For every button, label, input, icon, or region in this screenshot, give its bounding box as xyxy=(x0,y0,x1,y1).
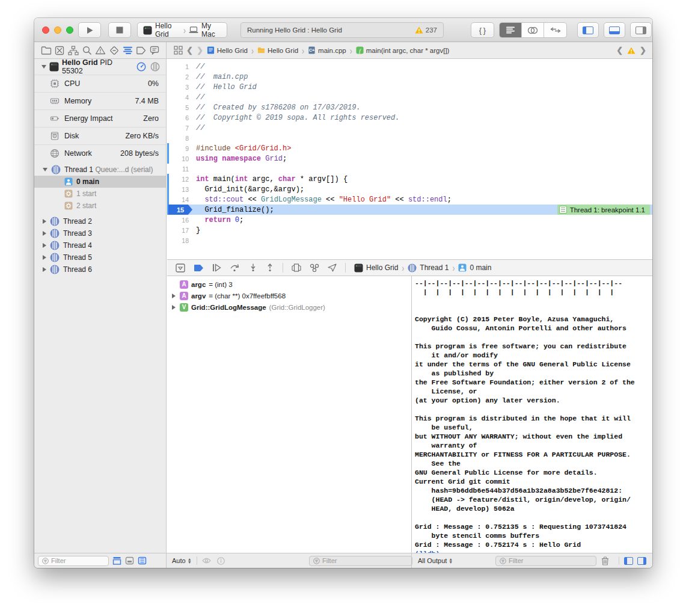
view-debugger-icon[interactable] xyxy=(292,263,301,272)
line-number[interactable]: 10 xyxy=(167,155,189,162)
code-line[interactable]: 10using namespace Grid; xyxy=(167,153,652,164)
disclosure-triangle[interactable] xyxy=(171,292,177,300)
stack-frame-row[interactable]: 1 start xyxy=(34,188,166,200)
standard-editor-segment[interactable] xyxy=(500,23,522,37)
toggle-navigator-button[interactable] xyxy=(577,22,599,38)
disclosure-triangle[interactable] xyxy=(43,168,47,171)
variables-scope-popup[interactable]: Auto ▲▼ xyxy=(172,557,192,564)
breakpoint-marker[interactable]: 15 xyxy=(168,205,192,215)
variable-row[interactable]: VGrid::GridLogMessage(Grid::GridLogger) xyxy=(167,301,411,313)
thread-row[interactable]: Thread 3 xyxy=(34,227,166,239)
stop-button[interactable] xyxy=(108,22,131,38)
thread-row[interactable]: Thread 5 xyxy=(34,251,166,263)
gauge-row-energy-impact[interactable]: Energy ImpactZero xyxy=(34,109,166,127)
code-line[interactable]: 5// Created by s1786208 on 17/03/2019. xyxy=(167,102,652,112)
source-editor[interactable]: 1//2// main.cpp3// Hello Grid4//5// Crea… xyxy=(167,59,652,259)
profile-gauge-icon[interactable] xyxy=(136,62,146,72)
disclosure-triangle[interactable] xyxy=(43,267,46,272)
code-line[interactable]: 2// main.cpp xyxy=(167,72,652,82)
step-into-icon[interactable] xyxy=(249,263,257,272)
quicklook-eye-icon[interactable] xyxy=(202,558,211,564)
close-window-button[interactable] xyxy=(42,26,49,34)
symbol-navigator-icon[interactable] xyxy=(68,46,79,55)
gauge-row-network[interactable]: Network208 bytes/s xyxy=(34,144,166,162)
jumpbar-item[interactable]: C+main.cpp xyxy=(308,46,346,54)
breakpoints-toggle-icon[interactable] xyxy=(194,264,204,272)
toggle-console-view-icon[interactable] xyxy=(637,557,646,565)
stack-frame-row[interactable]: 0 main xyxy=(34,176,166,188)
issue-navigator-icon[interactable] xyxy=(95,46,106,55)
test-navigator-icon[interactable] xyxy=(109,46,119,55)
debug-navigator-icon[interactable] xyxy=(123,46,133,55)
thread-row[interactable]: Thread 1 Queue:...d (serial) xyxy=(34,164,166,176)
line-number[interactable]: 8 xyxy=(167,135,189,142)
debug-breadcrumb-item[interactable]: Hello Grid xyxy=(354,263,398,273)
source-control-navigator-icon[interactable] xyxy=(55,46,64,55)
code-line[interactable]: 7// xyxy=(167,123,652,133)
breakpoint-annotation[interactable]: Thread 1: breakpoint 1.1 xyxy=(557,205,650,215)
stack-frame-row[interactable]: 2 start xyxy=(34,200,166,212)
line-number[interactable]: 11 xyxy=(167,165,189,173)
line-number[interactable]: 14 xyxy=(167,196,189,203)
line-number[interactable]: 1 xyxy=(167,63,189,70)
code-review-button[interactable]: { } xyxy=(471,22,494,38)
gauge-row-memory[interactable]: Memory7.4 MB xyxy=(34,92,166,109)
next-issue-button[interactable]: ❯ xyxy=(640,46,646,55)
report-navigator-icon[interactable] xyxy=(150,46,159,55)
code-line[interactable]: 12int main(int argc, char * argv[]) { xyxy=(167,174,652,184)
line-number[interactable]: 7 xyxy=(167,125,189,132)
gauge-row-disk[interactable]: DiskZero KB/s xyxy=(34,127,166,144)
line-number[interactable]: 2 xyxy=(167,73,189,81)
jumpbar-item[interactable]: Hello Grid xyxy=(207,46,248,54)
project-navigator-icon[interactable] xyxy=(41,46,52,55)
line-number[interactable]: 5 xyxy=(167,104,189,111)
zoom-window-button[interactable] xyxy=(66,26,73,34)
activity-viewer[interactable]: Running Hello Grid : Hello Grid 237 xyxy=(240,22,444,38)
code-line[interactable]: 16 return 0; xyxy=(167,215,652,225)
variable-row[interactable]: Aargc= (int) 3 xyxy=(167,279,411,290)
code-line[interactable]: 15 Grid_finalize();Thread 1: breakpoint … xyxy=(167,205,652,215)
show-running-toggle-icon[interactable] xyxy=(112,556,121,565)
line-number[interactable]: 12 xyxy=(167,176,189,183)
code-line[interactable]: 3// Hello Grid xyxy=(167,82,652,92)
console-output[interactable]: --|--|--|--|--|--|--|--|--|--|--|--|--|-… xyxy=(411,276,652,553)
navigator-filter-field[interactable]: Filter xyxy=(38,556,109,566)
memory-graph-debugger-icon[interactable] xyxy=(310,263,319,272)
jumpbar-item[interactable]: Hello Grid xyxy=(257,46,298,54)
minimize-window-button[interactable] xyxy=(54,26,61,34)
code-line[interactable]: 8 xyxy=(167,133,652,143)
info-icon[interactable] xyxy=(217,557,225,565)
thread-row[interactable]: Thread 2 xyxy=(34,215,166,227)
code-line[interactable]: 9#include <Grid/Grid.h> xyxy=(167,143,652,153)
thread-row[interactable]: Thread 6 xyxy=(34,263,166,276)
scheme-selector[interactable]: Hello Grid › My Mac xyxy=(137,22,227,38)
code-line[interactable]: 18 xyxy=(167,235,652,245)
line-number[interactable]: 16 xyxy=(167,217,189,224)
code-line[interactable]: 14 std::cout << GridLogMessage << "Hello… xyxy=(167,194,652,205)
warning-count-badge[interactable]: 237 xyxy=(415,26,437,34)
toggle-variables-view-icon[interactable] xyxy=(624,557,633,565)
show-threads-toggle-icon[interactable] xyxy=(138,556,147,565)
version-editor-segment[interactable] xyxy=(544,23,566,37)
related-items-icon[interactable] xyxy=(174,46,183,55)
toggle-debug-area-button[interactable] xyxy=(604,22,625,38)
memory-graph-icon[interactable] xyxy=(150,62,160,72)
simulate-location-icon[interactable] xyxy=(328,263,337,272)
disclosure-triangle[interactable] xyxy=(43,243,46,248)
previous-issue-button[interactable]: ❮ xyxy=(616,46,623,55)
code-line[interactable]: 17} xyxy=(167,225,652,235)
toggle-inspector-button[interactable] xyxy=(630,22,652,38)
line-number[interactable]: 9 xyxy=(167,145,189,152)
breakpoint-navigator-icon[interactable] xyxy=(136,46,146,55)
run-button[interactable] xyxy=(78,22,101,38)
find-navigator-icon[interactable] xyxy=(82,46,92,55)
code-line[interactable]: 11 xyxy=(167,164,652,174)
line-number[interactable]: 4 xyxy=(167,94,189,101)
thread-row[interactable]: Thread 4 xyxy=(34,239,166,251)
disclosure-triangle[interactable] xyxy=(41,65,46,69)
continue-icon[interactable] xyxy=(212,263,221,272)
disclosure-triangle[interactable] xyxy=(43,231,46,236)
show-stack-frames-toggle-icon[interactable] xyxy=(125,556,134,565)
line-number[interactable]: 6 xyxy=(167,114,189,122)
step-out-icon[interactable] xyxy=(266,263,274,272)
